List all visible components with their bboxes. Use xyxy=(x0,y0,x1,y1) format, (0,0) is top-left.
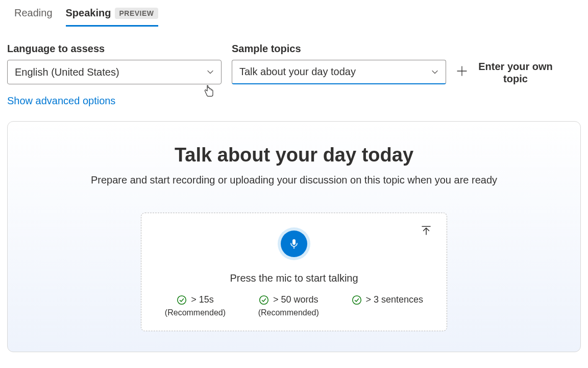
topics-select[interactable]: Talk about your day today xyxy=(232,60,446,84)
chevron-down-icon xyxy=(207,68,214,76)
criterion-sentences: > 3 sentences xyxy=(352,294,424,317)
topics-value: Talk about your day today xyxy=(239,66,356,78)
panel-subtitle: Prepare and start recording or uploading… xyxy=(20,174,568,186)
criterion-duration-value: > 15s xyxy=(191,294,214,305)
tab-reading[interactable]: Reading xyxy=(14,7,53,27)
svg-point-1 xyxy=(178,295,186,304)
language-group: Language to assess English (United State… xyxy=(7,43,222,84)
svg-point-3 xyxy=(352,295,361,304)
mic-inner xyxy=(281,231,307,257)
microphone-icon xyxy=(288,238,300,249)
panel-title: Talk about your day today xyxy=(20,144,568,166)
criterion-words-value: > 50 words xyxy=(273,294,318,305)
language-label: Language to assess xyxy=(7,43,222,55)
controls-row: Language to assess English (United State… xyxy=(7,43,581,85)
recording-card: Press the mic to start talking > 15s (Re… xyxy=(141,213,447,331)
criterion-duration: > 15s (Recommended) xyxy=(165,294,226,317)
show-advanced-label: Show advanced options xyxy=(7,95,115,106)
topic-panel: Talk about your day today Prepare and st… xyxy=(7,121,581,352)
criterion-words: > 50 words (Recommended) xyxy=(258,294,319,317)
language-value: English (United States) xyxy=(15,66,119,78)
criterion-words-sub: (Recommended) xyxy=(258,308,319,317)
mic-button[interactable] xyxy=(278,227,310,260)
chevron-down-icon xyxy=(431,68,438,76)
show-advanced-link[interactable]: Show advanced options xyxy=(7,95,115,107)
tab-bar: Reading Speaking PREVIEW xyxy=(14,7,581,27)
tab-speaking[interactable]: Speaking PREVIEW xyxy=(66,7,158,27)
topics-group: Sample topics Talk about your day today xyxy=(232,43,446,84)
mic-prompt: Press the mic to start talking xyxy=(154,272,434,284)
language-select[interactable]: English (United States) xyxy=(7,60,222,84)
topics-label: Sample topics xyxy=(232,43,446,55)
enter-own-topic-button[interactable]: Enter your own topic xyxy=(456,60,556,85)
svg-rect-0 xyxy=(292,239,296,245)
tab-speaking-label: Speaking xyxy=(66,7,111,19)
preview-badge: PREVIEW xyxy=(115,8,158,19)
check-circle-icon xyxy=(177,295,187,305)
check-circle-icon xyxy=(352,295,362,305)
cursor-pointer-icon xyxy=(203,84,215,99)
criterion-duration-sub: (Recommended) xyxy=(165,308,226,317)
criterion-sentences-value: > 3 sentences xyxy=(366,294,424,305)
check-circle-icon xyxy=(259,295,269,305)
tab-reading-label: Reading xyxy=(14,7,53,19)
svg-point-2 xyxy=(260,295,268,304)
upload-icon xyxy=(420,224,432,237)
enter-own-label: Enter your own topic xyxy=(475,60,556,85)
plus-icon xyxy=(456,65,468,80)
upload-button[interactable] xyxy=(420,224,432,239)
criteria-row: > 15s (Recommended) > 50 words (Recommen… xyxy=(154,294,434,317)
